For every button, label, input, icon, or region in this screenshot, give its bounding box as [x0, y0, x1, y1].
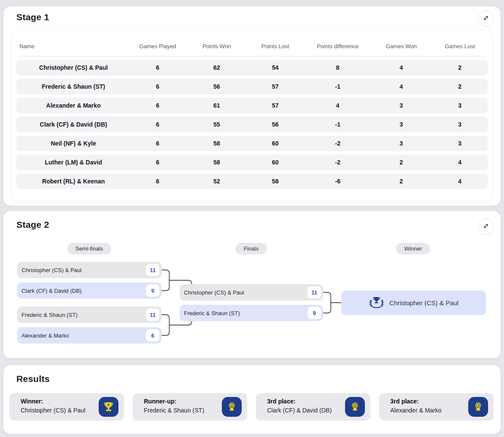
games-played-value: 6 [128, 83, 188, 90]
games-won-value: 2 [370, 159, 432, 166]
points-lost-value: 54 [246, 64, 305, 71]
result-label: Runner-up: [144, 398, 204, 405]
games-lost-value: 3 [432, 102, 488, 109]
svg-text:2: 2 [231, 403, 233, 407]
games-lost-value: 2 [432, 83, 488, 90]
points-difference-value: -2 [305, 159, 370, 166]
column-header-games-played: Games Played [128, 43, 188, 50]
team-name: Christopher (CS) & Paul [184, 289, 244, 296]
team-name: Alexander & Marko [22, 332, 69, 339]
medal-3-icon: 3 [345, 397, 365, 417]
winner-box: Christopher (CS) & Paul [341, 291, 486, 315]
semifinal2-bottom-team: Alexander & Marko 6 [17, 327, 162, 344]
results-title: Results [16, 374, 50, 384]
games-won-value: 3 [370, 102, 432, 109]
header-divider [19, 56, 485, 56]
results-panel: Results Winner: Christopher (CS) & Paul [3, 365, 501, 434]
points-difference-value: 4 [305, 102, 370, 109]
table-row: Alexander & Marko 6 61 57 4 3 3 [16, 98, 488, 113]
table-body: Christopher (CS) & Paul 6 62 54 8 4 2 Fr… [16, 60, 488, 192]
semifinal1-top-team: Christopher (CS) & Paul 11 [17, 262, 162, 278]
games-won-value: 4 [370, 64, 432, 71]
points-difference-value: -1 [305, 83, 370, 90]
team-name: Alexander & Marko [16, 102, 128, 109]
points-lost-value: 60 [246, 140, 305, 147]
final-top-team: Christopher (CS) & Paul 11 [180, 284, 323, 301]
round-label-semifinals: Semi-finals [67, 243, 111, 254]
team-name: Christopher (CS) & Paul [22, 267, 81, 273]
games-won-value: 2 [370, 178, 432, 185]
games-played-value: 6 [128, 102, 188, 109]
score-badge: 11 [308, 286, 321, 298]
games-lost-value: 4 [432, 159, 488, 166]
games-won-value: 3 [370, 140, 432, 147]
champion-name: Christopher (CS) & Paul [389, 299, 459, 307]
svg-text:3: 3 [354, 403, 356, 407]
round-label-winner: Winner [396, 243, 430, 254]
games-won-value: 4 [370, 83, 432, 90]
games-lost-value: 2 [432, 64, 488, 71]
column-header-points-difference: Points difference [305, 43, 370, 50]
games-lost-value: 3 [432, 121, 488, 128]
points-won-value: 55 [188, 121, 246, 128]
points-lost-value: 58 [246, 178, 305, 185]
team-name: Clark (CF) & David (DB) [22, 288, 81, 294]
score-badge: 9 [146, 285, 159, 297]
standings-table-card: Name Games Played Points Won Points Lost… [12, 31, 492, 201]
column-header-points-lost: Points Lost [246, 43, 305, 50]
games-played-value: 6 [128, 178, 188, 185]
games-played-value: 6 [128, 121, 188, 128]
table-row: Robert (RL) & Keenan 6 52 58 -6 2 4 [16, 174, 488, 189]
semifinal2-top-team: Frederic & Shaun (ST) 11 [17, 307, 162, 323]
score-badge: 11 [146, 264, 159, 276]
points-lost-value: 57 [246, 83, 305, 90]
games-played-value: 6 [128, 159, 188, 166]
result-card-runner-up: Runner-up: Frederic & Shaun (ST) 2 [133, 393, 247, 421]
stage2-panel: Stage 2 Semi-finals Finals Winner Christ… [3, 211, 501, 358]
expand-icon [482, 14, 490, 24]
team-name: Neil (NF) & Kyle [16, 140, 128, 147]
games-lost-value: 3 [432, 140, 488, 147]
table-header-row: Name Games Played Points Won Points Lost… [16, 36, 488, 56]
expand-icon [482, 222, 490, 232]
result-label: 3rd place: [390, 398, 442, 405]
semifinal1-bottom-team: Clark (CF) & David (DB) 9 [17, 282, 162, 299]
points-won-value: 58 [188, 159, 246, 166]
result-team-name: Christopher (CS) & Paul [21, 407, 85, 414]
column-header-points-won: Points Won [188, 43, 246, 50]
trophy-icon [99, 397, 118, 417]
column-header-games-won: Games Won [370, 43, 432, 50]
result-card-third-place: 3rd place: Alexander & Marko 3 [379, 393, 494, 421]
result-card-third-place: 3rd place: Clark (CF) & David (DB) 3 [256, 393, 370, 421]
table-row: Frederic & Shaun (ST) 6 56 57 -1 4 2 [16, 79, 488, 94]
round-label-finals: Finals [236, 243, 267, 254]
stage1-expand-button[interactable] [478, 11, 494, 27]
points-difference-value: 8 [305, 64, 370, 71]
column-header-name: Name [16, 43, 128, 50]
score-badge: 9 [308, 307, 321, 319]
final-bottom-team: Frederic & Shaun (ST) 9 [180, 305, 323, 321]
points-won-value: 56 [188, 83, 246, 90]
stage1-panel: Stage 1 Name Games Played Points Won Poi… [3, 6, 501, 206]
points-won-value: 52 [188, 178, 246, 185]
team-name: Robert (RL) & Keenan [16, 178, 128, 185]
points-lost-value: 56 [246, 121, 305, 128]
points-won-value: 62 [188, 64, 246, 71]
points-lost-value: 57 [246, 102, 305, 109]
score-badge: 11 [146, 309, 159, 321]
result-label: Winner: [21, 398, 85, 405]
result-team-name: Clark (CF) & David (DB) [267, 407, 332, 414]
score-badge: 6 [146, 329, 159, 341]
column-header-games-lost: Games Lost [432, 43, 488, 50]
table-row: Christopher (CS) & Paul 6 62 54 8 4 2 [16, 60, 488, 75]
points-difference-value: -1 [305, 121, 370, 128]
games-won-value: 3 [370, 121, 432, 128]
table-row: Luther (LM) & David 6 58 60 -2 2 4 [16, 155, 488, 170]
team-name: Frederic & Shaun (ST) [184, 310, 240, 316]
team-name: Christopher (CS) & Paul [16, 64, 128, 71]
medal-3-icon: 3 [468, 397, 488, 417]
stage2-expand-button[interactable] [478, 219, 494, 235]
result-label: 3rd place: [267, 398, 332, 405]
result-card-winner: Winner: Christopher (CS) & Paul [9, 393, 124, 421]
team-name: Frederic & Shaun (ST) [22, 312, 78, 318]
